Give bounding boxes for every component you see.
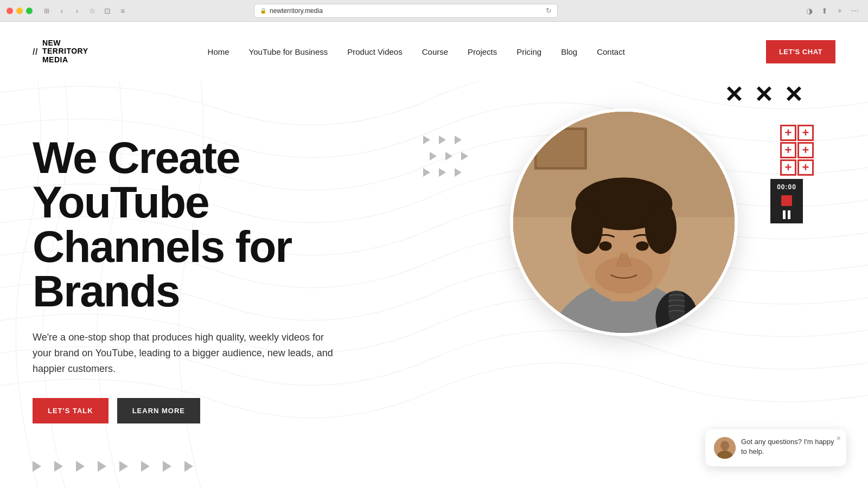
x-mark-3: ✕ xyxy=(784,81,803,108)
site-nav: Home YouTube for Business Product Videos… xyxy=(208,47,625,56)
chat-widget: × Got any questions? I'm happy to help. xyxy=(705,429,846,466)
back-button[interactable]: ‹ xyxy=(55,4,68,17)
plus-icon: + xyxy=(780,159,796,176)
browser-dots xyxy=(7,8,33,14)
svg-rect-3 xyxy=(537,130,584,167)
hero-title: We Create YouTube Channels for Brands xyxy=(33,136,412,313)
arrow-tri xyxy=(455,168,462,177)
new-tab-button[interactable]: ＋ xyxy=(833,4,846,17)
learn-more-button[interactable]: LEARN MORE xyxy=(117,398,200,423)
hero-buttons: LET'S TALK LEARN MORE xyxy=(33,398,412,423)
close-dot[interactable] xyxy=(7,8,13,14)
nav-blog[interactable]: Blog xyxy=(561,47,577,56)
browser-nav: ⊞ ‹ › ☆ ⊡ ≡ xyxy=(40,4,129,17)
hero-right: ✕ ✕ ✕ + + + + + + xyxy=(499,92,770,363)
bookmarks-button[interactable]: ☆ xyxy=(86,4,99,17)
recording-time: 00:00 xyxy=(777,183,796,191)
browser-actions: ◑ ⬆ ＋ ⋯ xyxy=(803,4,861,17)
share-button[interactable]: ⬆ xyxy=(818,4,831,17)
hero-description: We're a one-stop shop that produces high… xyxy=(33,330,336,376)
chat-message: Got any questions? I'm happy to help. xyxy=(741,437,838,457)
site-logo[interactable]: // NEW TERRITORY MEDIA xyxy=(33,39,88,64)
video-placeholder xyxy=(513,112,735,333)
svg-point-11 xyxy=(636,241,648,251)
arrow-group-top xyxy=(423,136,468,184)
arrow-tri xyxy=(439,168,446,177)
lock-icon: 🔒 xyxy=(260,8,266,14)
logo-line2: TERRITORY xyxy=(42,47,88,55)
arrow-tri xyxy=(455,136,462,144)
reader-button[interactable]: ≡ xyxy=(116,4,129,17)
x-marks: ✕ ✕ ✕ xyxy=(724,81,803,108)
arrow-tri xyxy=(423,168,430,177)
lets-talk-button[interactable]: LET'S TALK xyxy=(33,398,108,423)
arrow-tri xyxy=(430,152,437,160)
arrow-tri xyxy=(461,152,468,160)
svg-point-9 xyxy=(645,201,676,254)
maximize-dot[interactable] xyxy=(26,8,33,14)
pause-bar-right xyxy=(788,210,790,219)
hero-title-line1: We Create YouTube xyxy=(33,133,240,227)
svg-point-8 xyxy=(571,201,603,254)
arrow-tri xyxy=(439,136,446,144)
svg-point-12 xyxy=(595,256,653,293)
address-bar[interactable]: 🔒 newterritory.media ↻ xyxy=(254,4,558,18)
plus-icon: + xyxy=(780,142,796,158)
recording-bar: 00:00 xyxy=(770,179,803,223)
hero-title-line2: Channels for Brands xyxy=(33,222,291,316)
hero-left: We Create YouTube Channels for Brands We… xyxy=(33,103,412,423)
site-header: // NEW TERRITORY MEDIA Home YouTube for … xyxy=(0,22,868,81)
nav-projects[interactable]: Projects xyxy=(468,47,497,56)
nav-youtube-business[interactable]: YouTube for Business xyxy=(249,47,328,56)
reload-icon[interactable]: ↻ xyxy=(546,7,552,15)
grid-button[interactable]: ⊞ xyxy=(40,4,53,17)
logo-line1: NEW xyxy=(42,39,88,47)
nav-home[interactable]: Home xyxy=(208,47,229,56)
logo-slash: // xyxy=(33,47,38,57)
hero-section: We Create YouTube Channels for Brands We… xyxy=(0,81,868,488)
plus-icon: + xyxy=(797,125,814,141)
chat-content: Got any questions? I'm happy to help. xyxy=(714,437,838,459)
nav-product-videos[interactable]: Product Videos xyxy=(347,47,402,56)
plus-icon: + xyxy=(797,142,814,158)
arrow-tri xyxy=(423,136,430,144)
plus-marks: + + + + + + xyxy=(780,125,814,176)
arrow-tri xyxy=(445,152,452,160)
svg-point-16 xyxy=(720,441,729,451)
theme-button[interactable]: ◑ xyxy=(803,4,816,17)
website: // NEW TERRITORY MEDIA Home YouTube for … xyxy=(0,22,868,488)
more-button[interactable]: ⋯ xyxy=(848,4,861,17)
person-illustration xyxy=(513,112,735,333)
logo-text: NEW TERRITORY MEDIA xyxy=(42,39,88,64)
sidebar-button[interactable]: ⊡ xyxy=(101,4,114,17)
x-mark-2: ✕ xyxy=(754,81,773,108)
lets-chat-button[interactable]: LET'S CHAT xyxy=(766,40,835,63)
x-mark-1: ✕ xyxy=(724,81,743,108)
plus-icon: + xyxy=(797,159,814,176)
forward-button[interactable]: › xyxy=(71,4,84,17)
nav-course[interactable]: Course xyxy=(422,47,448,56)
browser-chrome: ⊞ ‹ › ☆ ⊡ ≡ 🔒 newterritory.media ↻ ◑ ⬆ ＋… xyxy=(0,0,868,22)
url-text: newterritory.media xyxy=(270,7,323,15)
minimize-dot[interactable] xyxy=(16,8,23,14)
hero-video[interactable] xyxy=(510,108,738,336)
pause-button[interactable] xyxy=(783,210,790,219)
chat-close-button[interactable]: × xyxy=(837,434,841,442)
plus-icon: + xyxy=(780,125,796,141)
chat-avatar xyxy=(714,437,736,459)
svg-point-10 xyxy=(599,241,611,251)
nav-contact[interactable]: Contact xyxy=(597,47,625,56)
pause-bar-left xyxy=(783,210,786,219)
nav-pricing[interactable]: Pricing xyxy=(516,47,541,56)
logo-line3: MEDIA xyxy=(42,56,88,64)
record-button[interactable] xyxy=(781,195,792,206)
